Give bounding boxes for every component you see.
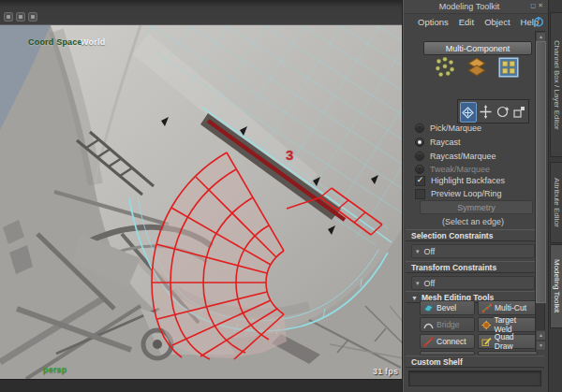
bridge-icon <box>423 320 434 330</box>
menu-options[interactable]: Options <box>418 17 449 27</box>
multi-cut-icon <box>481 303 492 313</box>
multi-cut-button[interactable]: Multi-Cut <box>478 300 538 315</box>
tab-attribute-editor[interactable]: Attribute Editor <box>550 162 562 243</box>
bevel-icon <box>423 303 434 313</box>
film-gate-icon[interactable] <box>16 12 25 22</box>
bevel-button[interactable]: Bevel <box>420 300 475 315</box>
radio-raycast[interactable]: Raycast <box>415 137 461 148</box>
collapse-arrow-icon: ▼ <box>411 295 418 301</box>
radio-bullet <box>415 123 424 133</box>
viewport-3d[interactable] <box>0 25 404 379</box>
target-weld-icon <box>481 320 491 330</box>
custom-shelf-header: Custom Shelf <box>406 356 544 368</box>
menu-edit[interactable]: Edit <box>459 17 474 27</box>
radio-raycast-marquee[interactable]: Raycast/Marquee <box>415 151 496 162</box>
symmetry-button[interactable]: Symmetry <box>420 200 533 214</box>
radio-tweak-marquee[interactable]: Tweak/Marquee <box>415 164 490 175</box>
selection-constraints-header: Selection Constraints <box>406 229 544 241</box>
vertex-select-icon[interactable] <box>433 55 457 80</box>
camera-name: persp <box>43 365 67 374</box>
panel-title-bar: Modeling Toolkit ◻✕ <box>404 0 548 14</box>
close-icon[interactable]: ✕ <box>538 2 545 8</box>
custom-shelf-area <box>408 370 541 386</box>
transform-constraints-dropdown[interactable]: ▾ Off <box>411 276 535 290</box>
chevron-down-icon: ▾ <box>416 248 420 254</box>
checkbox-preview-loop-ring[interactable]: Preview Loop/Ring <box>415 188 502 199</box>
checkbox-checked: ✓ <box>415 176 425 186</box>
dock-icon[interactable]: ◻ <box>530 2 538 8</box>
bridge-button[interactable]: Bridge <box>420 317 475 332</box>
scrollbar-thumb[interactable] <box>536 41 546 303</box>
multi-component-button[interactable]: Multi-Component <box>423 41 532 55</box>
panel-menu-bar: Options Edit Object Help <box>404 14 548 30</box>
menu-object[interactable]: Object <box>484 17 510 27</box>
coord-space-label: Coord Space: <box>28 37 85 47</box>
side-tab-bar: Channel Box / Layer Editor Attribute Edi… <box>548 0 562 392</box>
connect-button[interactable]: Connect <box>420 334 475 349</box>
power-icon[interactable] <box>533 16 544 27</box>
maya-window: Coord Space: World persp 31 fps 3 Modeli… <box>0 0 562 392</box>
multi-component-icon[interactable] <box>496 55 521 80</box>
radio-bullet-selected <box>415 138 424 147</box>
radio-bullet <box>415 165 424 174</box>
modeling-toolkit-panel: Modeling Toolkit ◻✕ Options Edit Object … <box>404 0 548 392</box>
tab-channel-box-layer-editor[interactable]: Channel Box / Layer Editor <box>550 12 562 157</box>
panel-scrollbar[interactable]: ▲ ▲ ▼ <box>535 31 545 351</box>
quad-draw-button[interactable]: Quad Draw <box>478 334 538 349</box>
symmetry-hint: (Select an edge) <box>404 217 542 226</box>
edge-select-icon[interactable] <box>465 55 489 80</box>
move-tool-icon[interactable] <box>460 102 477 123</box>
target-weld-button[interactable]: Target Weld <box>478 317 538 332</box>
checkbox-unchecked <box>415 189 425 199</box>
checkbox-highlight-backfaces[interactable]: ✓ Highlight Backfaces <box>415 175 505 186</box>
camera-icon[interactable] <box>4 12 13 22</box>
panel-title: Modeling Toolkit <box>404 2 535 11</box>
radio-pick-marquee[interactable]: Pick/Marquee <box>415 123 481 134</box>
transform-constraints-header: Transform Constraints <box>406 261 544 273</box>
rotate-tool-icon[interactable] <box>495 102 510 121</box>
viewport-toolbar <box>0 0 404 25</box>
transform-tools-group <box>457 99 529 123</box>
coord-space-value: World <box>81 37 105 47</box>
chevron-down-icon: ▾ <box>416 280 420 286</box>
tab-modeling-toolkit[interactable]: Modeling Toolkit <box>550 244 562 328</box>
radio-bullet <box>415 152 424 161</box>
fps-counter: 31 fps <box>373 367 398 376</box>
translate-tool-icon[interactable] <box>479 102 494 121</box>
selection-constraints-dropdown[interactable]: ▾ Off <box>411 244 535 258</box>
quad-draw-icon <box>481 337 492 347</box>
scroll-down-button[interactable]: ▼ <box>536 341 546 351</box>
viewport-bottom-bar <box>0 379 404 392</box>
scale-tool-icon[interactable] <box>511 102 526 121</box>
scroll-up-button[interactable]: ▲ <box>536 330 546 341</box>
share-icon[interactable] <box>28 12 37 22</box>
connect-icon <box>423 337 434 347</box>
check-icon: ✓ <box>417 176 424 184</box>
annotation-step-3: 3 <box>286 147 293 163</box>
